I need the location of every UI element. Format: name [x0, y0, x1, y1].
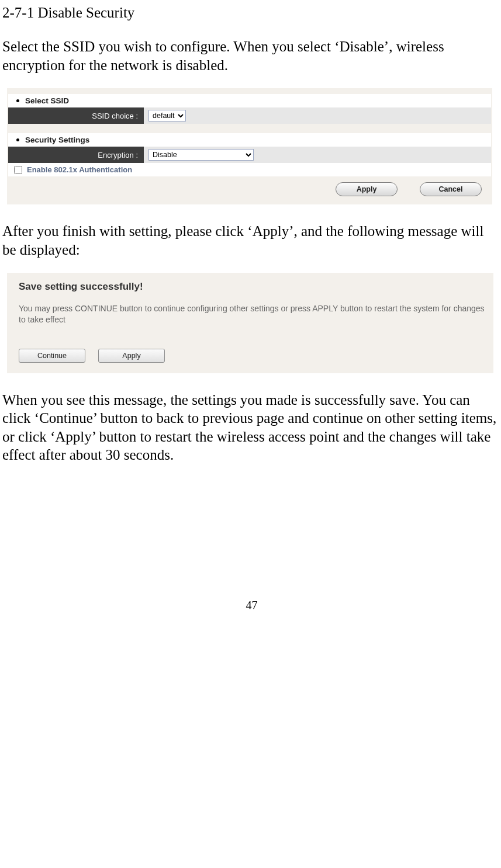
apply-button[interactable]: Apply — [336, 182, 398, 196]
apply-button-2[interactable]: Apply — [98, 349, 165, 363]
ssid-choice-select[interactable]: default — [148, 110, 186, 121]
security-settings-panel: Select SSID SSID choice : default Securi… — [7, 88, 492, 204]
cancel-button[interactable]: Cancel — [420, 182, 482, 196]
page-number: 47 — [2, 599, 501, 622]
select-ssid-header: Select SSID — [8, 94, 491, 107]
enable-8021x-checkbox[interactable] — [14, 166, 22, 174]
security-settings-header: Security Settings — [8, 133, 491, 147]
encryption-select[interactable]: Disable — [148, 149, 254, 161]
continue-button[interactable]: Continue — [19, 349, 85, 363]
security-settings-title: Security Settings — [25, 136, 89, 144]
encryption-label: Encryption : — [8, 147, 144, 163]
enable-8021x-label: Enable 802.1x Authentication — [27, 165, 132, 174]
paragraph-3: When you see this message, the settings … — [2, 391, 501, 464]
save-success-title: Save setting successfully! — [19, 281, 485, 293]
save-success-panel: Save setting successfully! You may press… — [7, 273, 493, 373]
bullet-icon — [16, 99, 19, 102]
paragraph-2: After you finish with setting, please cl… — [2, 222, 501, 259]
ssid-choice-label: SSID choice : — [8, 107, 144, 124]
section-heading: 2-7-1 Disable Security — [2, 5, 501, 21]
select-ssid-title: Select SSID — [25, 96, 69, 105]
paragraph-1: Select the SSID you wish to configure. W… — [2, 37, 501, 74]
save-success-message: You may press CONTINUE button to continu… — [19, 303, 485, 325]
bullet-icon — [16, 138, 19, 141]
